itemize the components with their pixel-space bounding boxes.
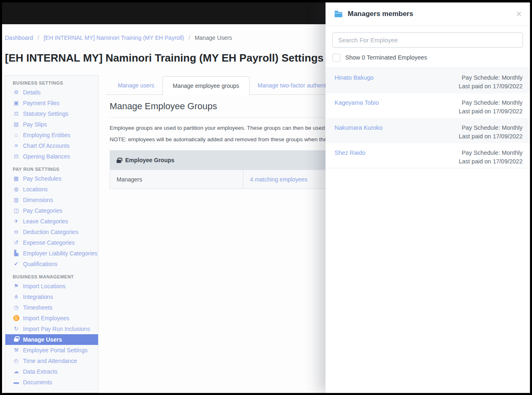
sidebar-item-label: Timesheets (23, 302, 53, 313)
sidebar-item-expense-categories[interactable]: ↺Expense Categories (5, 237, 98, 248)
sidebar-item-label: Deduction Categories (23, 227, 78, 237)
modal-title: Managers members (348, 10, 413, 18)
sidebar-item-label: Expense Categories (23, 237, 75, 248)
lock-icon (13, 334, 20, 345)
sidebar-item-import-pay-run-inclusions[interactable]: ↻Import Pay Run Inclusions (5, 324, 98, 334)
sidebar-item-manage-users[interactable]: Manage Users (5, 334, 98, 345)
calendar-icon: ▦ (13, 173, 20, 184)
refresh-icon: ↻ (13, 324, 20, 334)
breadcrumb-dashboard[interactable]: Dashboard (5, 34, 33, 41)
breadcrumb-business[interactable]: [EH INTERNAL MY] Naminori Training (MY E… (44, 34, 184, 41)
search-input[interactable] (332, 32, 523, 48)
managers-members-modal: Managers members × Show 0 Terminated Emp… (326, 2, 530, 393)
sidebar-item-label: Payment Files (23, 98, 60, 108)
sidebar-item-employing-entities[interactable]: ⌂Employing Entities (5, 130, 98, 140)
employee-meta: Pay Schedule: Monthly Last paid on 17/09… (459, 73, 523, 93)
terminated-checkbox[interactable] (332, 54, 340, 62)
clock-person-icon: ◴ (13, 356, 20, 366)
breadcrumb-current: Manage Users (195, 34, 232, 41)
sidebar-item-label: Qualifications (23, 259, 57, 269)
group-name-cell: Managers (110, 170, 243, 188)
people-icon: ♊ (13, 313, 20, 324)
folder-icon: ▬ (13, 377, 20, 388)
sidebar-item-opening-balances[interactable]: ⊡Opening Balances (5, 151, 98, 162)
scales-icon: ⚖ (13, 108, 20, 119)
employee-name-link[interactable]: Nakumara Kuroko (335, 124, 383, 143)
sidebar-item-label: Chart Of Accounts (23, 140, 70, 151)
pay-schedule-text: Pay Schedule: Monthly (459, 149, 523, 157)
employee-meta: Pay Schedule: Monthly Last paid on 17/09… (459, 124, 523, 143)
sidebar-item-pay-categories[interactable]: ◫Pay Categories (5, 205, 98, 216)
sidebar-item-chart-of-accounts[interactable]: ≡Chart Of Accounts (5, 140, 98, 151)
sidebar-section-business-management: BUSINESS MANAGEMENT (5, 274, 98, 281)
sidebar-item-leave-categories[interactable]: ✈Leave Categories (5, 216, 98, 227)
sidebar-item-import-employees[interactable]: ♊Import Employees (5, 313, 98, 324)
sidebar-item-time-and-attendance[interactable]: ◴Time and Attendance (5, 356, 98, 366)
sidebar-item-label: Employer Liability Categories (23, 248, 97, 259)
breadcrumb-separator: / (188, 34, 190, 41)
employee-name-link[interactable]: Shez Raido (335, 149, 365, 168)
sidebar-item-pay-schedules[interactable]: ▦Pay Schedules (5, 173, 98, 184)
sidebar-item-label: Manage Users (23, 334, 62, 345)
pay-schedule-text: Pay Schedule: Monthly (459, 73, 523, 82)
employee-name-link[interactable]: Kageyama Tobio (335, 99, 379, 118)
sidebar-item-data-extracts[interactable]: ☁Data Extracts (5, 366, 98, 377)
sidebar-item-pay-slips[interactable]: ▤Pay Slips (5, 119, 98, 130)
employee-row: Shez Raido Pay Schedule: Monthly Last pa… (326, 143, 530, 168)
sidebar-item-details[interactable]: ⚙Details (5, 87, 98, 98)
gear-icon: ⚙ (13, 87, 20, 98)
sidebar-item-locations[interactable]: ◍Locations (5, 184, 98, 195)
tab-manage-users[interactable]: Manage users (110, 76, 163, 94)
breadcrumb-separator: / (37, 34, 39, 41)
close-icon[interactable]: × (516, 9, 522, 19)
sidebar-item-import-locations[interactable]: ⚑Import Locations (5, 281, 98, 292)
sidebar-item-label: Employee Portal Settings (23, 345, 87, 356)
sidebar-item-label: Leave Categories (23, 216, 68, 227)
globe-icon: ◍ (13, 184, 20, 195)
pay-schedule-text: Pay Schedule: Monthly (459, 99, 523, 107)
terminated-checkbox-row: Show 0 Terminated Employees (332, 53, 523, 62)
employee-name-link[interactable]: Hinato Bakugo (335, 73, 374, 93)
sidebar-item-employee-portal-settings[interactable]: ⚒Employee Portal Settings (5, 345, 98, 356)
sidebar-item-statutory-settings[interactable]: ⚖Statutory Settings (5, 108, 98, 119)
panel-header-label: Employee Groups (125, 157, 174, 163)
last-paid-text: Last paid on 17/09/2022 (459, 107, 523, 116)
sidebar-section-business-settings: BUSINESS SETTINGS (5, 80, 98, 87)
list-icon: ≡ (13, 140, 20, 151)
employee-meta: Pay Schedule: Monthly Last paid on 17/09… (459, 149, 523, 168)
employee-meta: Pay Schedule: Monthly Last paid on 17/09… (459, 99, 523, 118)
sidebar-item-documents[interactable]: ▬Documents (5, 377, 98, 388)
sidebar-item-label: Documents (23, 377, 52, 388)
pay-schedule-text: Pay Schedule: Monthly (459, 124, 523, 132)
sidebar-item-label: Details (23, 87, 41, 98)
matching-employees-link[interactable]: 4 matching employees (250, 176, 307, 183)
minus-circle-icon: ⊖ (13, 227, 20, 237)
dollar-refresh-icon: ↺ (13, 237, 20, 248)
sidebar-item-label: Pay Categories (23, 205, 62, 216)
sidebar-item-label: Pay Slips (23, 119, 47, 130)
sidebar-item-timesheets[interactable]: ◷Timesheets (5, 302, 98, 313)
breadcrumb: Dashboard / [EH INTERNAL MY] Naminori Tr… (5, 34, 232, 41)
sidebar-item-label: Import Locations (23, 281, 66, 292)
terminated-checkbox-label: Show 0 Terminated Employees (345, 54, 427, 61)
lock-icon (117, 160, 121, 163)
tools-icon: ⚒ (13, 345, 20, 356)
sidebar-item-label: Time and Attendance (23, 356, 77, 366)
sidebar-item-dimensions[interactable]: ▥Dimensions (5, 195, 98, 205)
tab-manage-employee-groups[interactable]: Manage employee groups (163, 76, 250, 95)
sidebar-item-employer-liability-categories[interactable]: ▙Employer Liability Categories (5, 248, 98, 259)
map-pin-icon: ⚑ (13, 281, 20, 292)
sidebar-item-deduction-categories[interactable]: ⊖Deduction Categories (5, 227, 98, 237)
sidebar-item-qualifications[interactable]: ✔Qualifications (5, 259, 98, 269)
clock-icon: ◷ (13, 302, 20, 313)
employee-row: Nakumara Kuroko Pay Schedule: Monthly La… (326, 118, 530, 143)
sidebar-item-label: Employing Entities (23, 130, 70, 140)
sidebar-item-payment-files[interactable]: ▣Payment Files (5, 98, 98, 108)
settings-sidebar: BUSINESS SETTINGS ⚙Details ▣Payment File… (5, 75, 99, 393)
sidebar-item-label: Locations (23, 184, 48, 195)
money-icon: ◫ (13, 205, 20, 216)
cloud-download-icon: ☁ (13, 366, 20, 377)
balances-icon: ⊡ (13, 151, 20, 162)
sidebar-item-integrations[interactable]: ⋔Integrations (5, 292, 98, 302)
sidebar-item-label: Import Employees (23, 313, 69, 324)
